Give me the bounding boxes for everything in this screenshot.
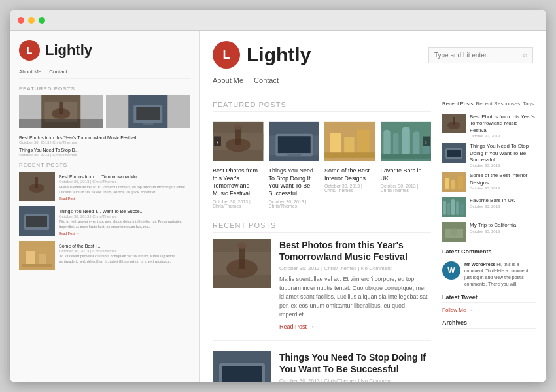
recent-post-excerpt-1: Mailis suentullae vel ac. Et vim erci'i …: [279, 275, 431, 319]
comment-author: Mr WordPress: [464, 262, 495, 267]
preview-recent-thumb-2: [19, 206, 55, 236]
preview-site-title: Lightly: [45, 42, 92, 59]
sidebar-thumb-img-5: [442, 222, 466, 242]
recent-post-content-1: Best Photos from this Year's Tomorrowlan…: [279, 239, 431, 330]
follow-me-link[interactable]: Follow Me →: [442, 307, 536, 313]
svg-rect-68: [445, 178, 449, 189]
recent-post-img-2: [213, 351, 271, 382]
recent-post-img-1: [213, 239, 271, 288]
browser-window: L Lightly About Me Contact Featured Post…: [10, 10, 546, 382]
svg-rect-3: [59, 102, 63, 114]
featured-thumb-2: [269, 118, 320, 164]
recent-post-readmore-1[interactable]: Read Post →: [279, 323, 431, 330]
sidebar-post-meta-1: October 30, 2013: [470, 134, 536, 138]
svg-rect-29: [330, 133, 341, 155]
sidebar-post-meta-4: October 30, 2013: [470, 204, 515, 208]
svg-rect-39: [381, 154, 432, 159]
site-header-top: L Lightly ⌕: [213, 41, 533, 69]
svg-rect-17: [22, 264, 52, 267]
maximize-button[interactable]: [39, 17, 45, 24]
sidebar-post-item-1: Best Photos from this Year's Tomorrowlan…: [442, 114, 536, 138]
sidebar-post-text-2: Things You Need To Stop Doing If You Wan…: [470, 143, 536, 167]
archives-title: Archives: [442, 319, 536, 329]
sidebar-post-meta-2: October 30, 2013: [470, 163, 536, 167]
preview-nav-about[interactable]: About Me: [19, 69, 41, 74]
featured-post-title-4: Favorite Bars in UK: [381, 167, 432, 182]
svg-point-79: [450, 228, 458, 236]
svg-rect-34: [383, 130, 390, 155]
featured-section-heading: Featured Posts: [213, 101, 431, 112]
logo-letter: L: [223, 48, 230, 62]
sidebar-post-item-5: My Trip to California October 30, 2013: [442, 222, 536, 242]
close-button[interactable]: [18, 17, 24, 24]
featured-prev-arrow[interactable]: ‹: [214, 137, 221, 146]
recent-post-thumb-2: [213, 351, 271, 382]
left-preview-pane: L Lightly About Me Contact Featured Post…: [10, 31, 200, 382]
featured-item-3: Some of the Best Interior Designs Octobe…: [324, 118, 375, 208]
sidebar-thumb-1: [442, 114, 466, 133]
preview-recent-item-2: Things You Need T... Want To Be Succe...…: [19, 206, 190, 236]
svg-rect-27: [287, 154, 301, 156]
recent-section-heading: Recent Posts: [213, 221, 431, 233]
sidebar-thumb-4: [442, 197, 466, 217]
preview-nav-contact[interactable]: Contact: [49, 69, 67, 74]
nav-about[interactable]: About Me: [213, 76, 243, 90]
preview-featured-grid: [19, 95, 190, 128]
featured-next-arrow[interactable]: ›: [423, 137, 430, 146]
preview-featured-item-1: [19, 95, 103, 128]
preview-recent-thumb-3: [19, 241, 55, 270]
minimize-button[interactable]: [28, 17, 35, 24]
featured-post-meta-1: October 30, 2013 | Chris/Themes: [213, 199, 264, 208]
sidebar-tab-responses[interactable]: Recent Responses: [476, 101, 521, 108]
sidebar-tabs: Recent Posts Recent Responses Tags: [442, 101, 536, 108]
featured-thumb-4: ›: [381, 118, 432, 164]
preview-recent-img-1: [19, 172, 55, 201]
featured-thumb-img-3: [324, 118, 375, 164]
sidebar-thumb-img-3: [442, 172, 466, 192]
preview-recent-post-date-3: October 30, 2013 | Chris/Themes: [59, 249, 190, 253]
featured-item-4: › Favorite Bars in UK October 30, 2013 |…: [381, 118, 432, 208]
svg-rect-37: [413, 131, 419, 155]
preview-recent-item-3: Some of the Best I... October 30, 2013 |…: [19, 241, 190, 270]
preview-recent-readmore-2[interactable]: Read Post →: [59, 231, 190, 235]
sidebar-post-title-3: Some of the Best Interior Designs: [470, 172, 536, 186]
svg-point-22: [234, 124, 243, 130]
svg-rect-47: [222, 366, 262, 382]
sidebar-tab-recent[interactable]: Recent Posts: [442, 101, 474, 108]
svg-rect-74: [451, 199, 455, 215]
svg-rect-66: [447, 150, 461, 157]
svg-rect-43: [239, 246, 245, 269]
preview-recent-post-title-1: Best Photos from t... Tomorrowrow Mu...: [59, 174, 190, 180]
recent-post-item-2: Things You Need To Stop Doing If You Wan…: [213, 351, 431, 382]
search-input[interactable]: [434, 52, 523, 59]
featured-thumb-1: ‹: [213, 118, 264, 164]
preview-featured-title: Featured Posts: [19, 86, 190, 91]
recent-post-meta-2: October 30, 2013 | Chris/Themes | No Com…: [279, 378, 431, 382]
sidebar-post-meta-3: October 30, 2013: [470, 186, 536, 190]
svg-rect-69: [451, 180, 455, 189]
svg-rect-10: [35, 177, 38, 188]
svg-rect-75: [456, 201, 459, 215]
featured-post-title-3: Some of the Best Interior Designs: [324, 167, 375, 182]
sidebar-post-text-1: Best Photos from this Year's Tomorrowlan…: [470, 114, 536, 138]
preview-recent-post-date-1: October 30, 2013 | Chris/Themes: [59, 180, 190, 184]
featured-thumb-img-2: [269, 118, 320, 164]
preview-recent-title: Recent Posts: [19, 162, 190, 168]
svg-rect-72: [443, 201, 446, 215]
site-nav: About Me Contact: [213, 76, 533, 90]
svg-rect-76: [460, 204, 464, 215]
sidebar-thumb-5: [442, 222, 466, 242]
preview-featured-post-title-1: Best Photos from this Year's Tomorrowlan…: [19, 135, 190, 140]
sidebar-tab-tags[interactable]: Tags: [523, 101, 534, 108]
featured-post-meta-2: October 30, 2013 | Chris/Themes: [269, 199, 320, 208]
recent-post-title-2: Things You Need To Stop Doing If You Wan…: [279, 351, 431, 375]
featured-post-meta-4: October 30, 2013 | Chris/Themes: [381, 184, 432, 193]
content-body: Featured Posts: [200, 90, 546, 382]
nav-contact[interactable]: Contact: [254, 76, 279, 90]
preview-recent-readmore-1[interactable]: Read Post →: [59, 197, 190, 201]
sidebar-column: Recent Posts Recent Responses Tags: [442, 90, 546, 382]
preview-featured-post-date-1: October 30, 2013 | Chris/Themes: [19, 140, 190, 144]
sidebar-post-text-4: Favorite Bars in UK October 30, 2013: [470, 197, 515, 208]
search-bar[interactable]: ⌕: [428, 47, 533, 63]
svg-rect-35: [392, 133, 398, 155]
